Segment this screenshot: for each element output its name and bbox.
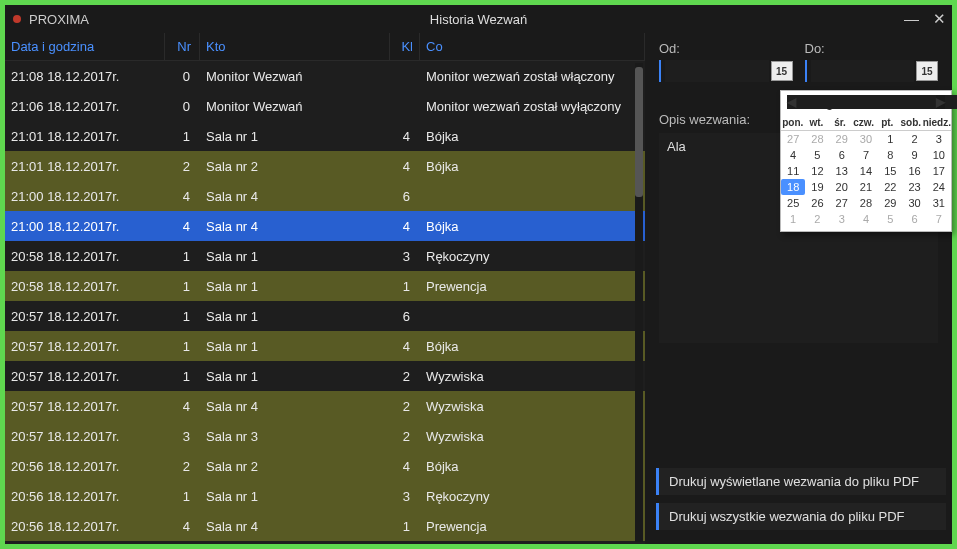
- calendar-next-icon[interactable]: ▶: [936, 95, 945, 109]
- close-button[interactable]: ✕: [933, 5, 946, 33]
- cell-kl: 2: [390, 399, 420, 414]
- minimize-button[interactable]: —: [904, 5, 919, 33]
- calendar-day[interactable]: 30: [854, 131, 878, 147]
- calendar-day[interactable]: 2: [902, 131, 926, 147]
- calendar-day[interactable]: 1: [781, 211, 805, 227]
- table-row[interactable]: 20:57 18.12.2017r.4Sala nr 42Wyzwiska: [5, 391, 645, 421]
- cell-dt: 21:06 18.12.2017r.: [5, 99, 165, 114]
- cell-nr: 1: [165, 279, 200, 294]
- calendar-day[interactable]: 7: [927, 211, 951, 227]
- calendar-day[interactable]: 29: [878, 195, 902, 211]
- calendar-day[interactable]: 1: [878, 131, 902, 147]
- calendar-day[interactable]: 14: [854, 163, 878, 179]
- calendar-day[interactable]: 8: [878, 147, 902, 163]
- table-row[interactable]: 20:57 18.12.2017r.1Sala nr 12Wyzwiska: [5, 361, 645, 391]
- calendar-day[interactable]: 3: [830, 211, 854, 227]
- cell-nr: 2: [165, 159, 200, 174]
- table-row[interactable]: 21:01 18.12.2017r.2Sala nr 24Bójka: [5, 151, 645, 181]
- cell-dt: 20:58 18.12.2017r.: [5, 279, 165, 294]
- cell-nr: 4: [165, 219, 200, 234]
- calendar-day[interactable]: 27: [781, 131, 805, 147]
- calendar-day[interactable]: 6: [902, 211, 926, 227]
- calendar-day[interactable]: 9: [902, 147, 926, 163]
- scrollbar[interactable]: [635, 63, 643, 542]
- calendar-day[interactable]: 10: [927, 147, 951, 163]
- col-header-co[interactable]: Co: [420, 33, 645, 60]
- scrollbar-thumb[interactable]: [635, 67, 643, 197]
- calendar-day[interactable]: 12: [805, 163, 829, 179]
- table-row[interactable]: 20:57 18.12.2017r.1Sala nr 16: [5, 301, 645, 331]
- cell-nr: 3: [165, 429, 200, 444]
- table-row[interactable]: 21:00 18.12.2017r.4Sala nr 44Bójka: [5, 211, 645, 241]
- cell-dt: 20:57 18.12.2017r.: [5, 369, 165, 384]
- col-header-kto[interactable]: Kto: [200, 33, 390, 60]
- cell-dt: 21:08 18.12.2017r.: [5, 69, 165, 84]
- cell-co: Wyzwiska: [420, 429, 645, 444]
- to-date-input[interactable]: [811, 60, 915, 82]
- calendar-day[interactable]: 13: [830, 163, 854, 179]
- cell-kl: 4: [390, 219, 420, 234]
- calendar-day[interactable]: 31: [927, 195, 951, 211]
- table-row[interactable]: 21:06 18.12.2017r.0Monitor WezwańMonitor…: [5, 91, 645, 121]
- print-visible-pdf-button[interactable]: Drukuj wyświetlane wezwania do pliku PDF: [656, 468, 946, 495]
- table-area: Data i godzina Nr Kto Kl Co 21:08 18.12.…: [5, 33, 645, 544]
- table-row[interactable]: 21:08 18.12.2017r.0Monitor WezwańMonitor…: [5, 61, 645, 91]
- cell-kl: 6: [390, 309, 420, 324]
- calendar-icon[interactable]: 15: [916, 61, 938, 81]
- cell-co: Bójka: [420, 339, 645, 354]
- calendar-day[interactable]: 28: [805, 131, 829, 147]
- from-date-input[interactable]: [665, 60, 769, 82]
- col-header-datetime[interactable]: Data i godzina: [5, 33, 165, 60]
- calendar-day[interactable]: 20: [830, 179, 854, 195]
- table-row[interactable]: 20:57 18.12.2017r.3Sala nr 32Wyzwiska: [5, 421, 645, 451]
- table-body: 21:08 18.12.2017r.0Monitor WezwańMonitor…: [5, 61, 645, 544]
- table-row[interactable]: 20:58 18.12.2017r.1Sala nr 11Prewencja: [5, 271, 645, 301]
- calendar-day[interactable]: 5: [878, 211, 902, 227]
- calendar-day[interactable]: 4: [781, 147, 805, 163]
- calendar-day[interactable]: 23: [902, 179, 926, 195]
- cell-co: Rękoczyny: [420, 249, 645, 264]
- table-row[interactable]: 21:00 18.12.2017r.4Sala nr 46: [5, 181, 645, 211]
- calendar-day[interactable]: 28: [854, 195, 878, 211]
- calendar-icon[interactable]: 15: [771, 61, 793, 81]
- table-row[interactable]: 20:57 18.12.2017r.1Sala nr 14Bójka: [5, 331, 645, 361]
- calendar-day[interactable]: 7: [854, 147, 878, 163]
- cell-co: Bójka: [420, 219, 645, 234]
- table-row[interactable]: 20:56 18.12.2017r.2Sala nr 24Bójka: [5, 451, 645, 481]
- calendar-day[interactable]: 15: [878, 163, 902, 179]
- table-row[interactable]: 21:01 18.12.2017r.1Sala nr 14Bójka: [5, 121, 645, 151]
- calendar-day[interactable]: 26: [805, 195, 829, 211]
- cell-dt: 20:57 18.12.2017r.: [5, 429, 165, 444]
- calendar-day[interactable]: 3: [927, 131, 951, 147]
- app-name: PROXIMA: [29, 12, 89, 27]
- calendar-day[interactable]: 4: [854, 211, 878, 227]
- cell-kto: Sala nr 3: [200, 429, 390, 444]
- calendar-day[interactable]: 30: [902, 195, 926, 211]
- calendar-day[interactable]: 25: [781, 195, 805, 211]
- calendar-day[interactable]: 19: [805, 179, 829, 195]
- calendar-day[interactable]: 5: [805, 147, 829, 163]
- table-row[interactable]: 20:56 18.12.2017r.4Sala nr 41Prewencja: [5, 511, 645, 541]
- cell-nr: 1: [165, 249, 200, 264]
- calendar-popup[interactable]: ◀ grudzień 2017 ▶ pon.wt.śr.czw.pt.sob.n…: [780, 90, 952, 232]
- calendar-day[interactable]: 29: [830, 131, 854, 147]
- calendar-day[interactable]: 21: [854, 179, 878, 195]
- calendar-prev-icon[interactable]: ◀: [787, 95, 957, 109]
- cell-kl: 4: [390, 129, 420, 144]
- table-row[interactable]: 20:58 18.12.2017r.1Sala nr 13Rękoczyny: [5, 241, 645, 271]
- table-row[interactable]: 20:56 18.12.2017r.1Sala nr 13Rękoczyny: [5, 481, 645, 511]
- calendar-day[interactable]: 11: [781, 163, 805, 179]
- calendar-day[interactable]: 6: [830, 147, 854, 163]
- print-all-pdf-button[interactable]: Drukuj wszystkie wezwania do pliku PDF: [656, 503, 946, 530]
- calendar-day[interactable]: 27: [830, 195, 854, 211]
- col-header-nr[interactable]: Nr: [165, 33, 200, 60]
- col-header-kl[interactable]: Kl: [390, 33, 420, 60]
- calendar-day[interactable]: 16: [902, 163, 926, 179]
- calendar-day[interactable]: 17: [927, 163, 951, 179]
- calendar-day[interactable]: 2: [805, 211, 829, 227]
- calendar-day[interactable]: 24: [927, 179, 951, 195]
- cell-dt: 20:58 18.12.2017r.: [5, 249, 165, 264]
- app-indicator-dot: [13, 15, 21, 23]
- calendar-day[interactable]: 18: [781, 179, 805, 195]
- calendar-day[interactable]: 22: [878, 179, 902, 195]
